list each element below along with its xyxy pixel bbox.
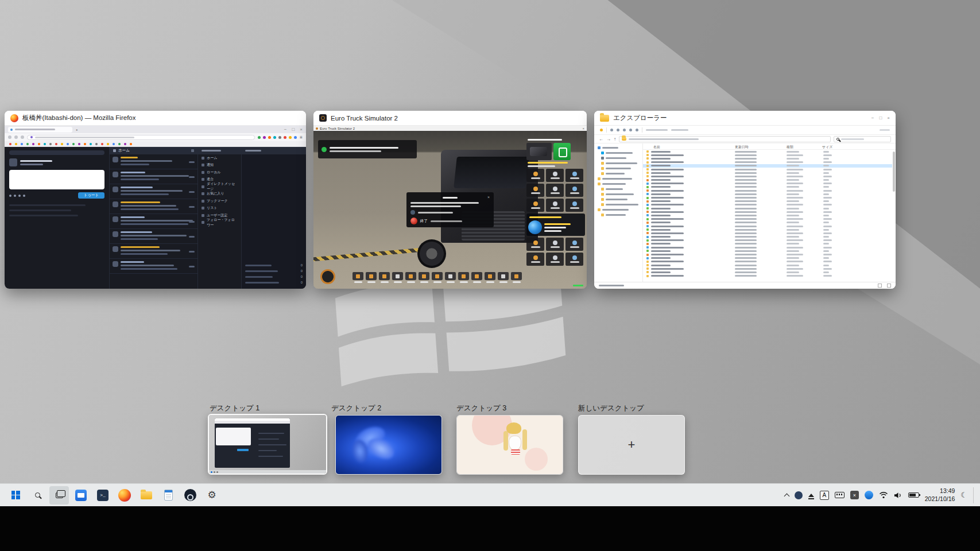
garage-tile[interactable] [526,169,544,182]
explorer-app-button[interactable] [137,486,156,505]
tray-overflow-chevron-icon[interactable] [784,493,789,499]
steam-app-button[interactable] [180,486,200,505]
settings-app-button[interactable]: ⚙ [202,486,222,505]
counter-row[interactable]: 0 [242,262,306,268]
extension-icon[interactable] [268,136,271,139]
bookmark-favicon-icon[interactable] [55,143,57,145]
maximize-icon[interactable]: □ [292,127,295,132]
reload-icon[interactable] [21,135,24,139]
column-name[interactable]: 名前 [653,145,660,150]
bookmark-favicon-icon[interactable] [124,143,126,145]
touch-keyboard-icon[interactable] [835,492,845,498]
new-tab-button[interactable]: + [76,128,78,131]
forward-icon[interactable]: → [606,137,611,142]
usb-eject-icon[interactable] [808,494,814,497]
poll-icon[interactable] [14,195,16,197]
window-controls[interactable]: − □ × [871,115,890,121]
back-icon[interactable]: ← [599,137,603,142]
game-toolbar[interactable] [353,272,522,283]
tree-item[interactable] [594,202,642,207]
profile-banner[interactable] [9,158,104,166]
bookmark-favicon-icon[interactable] [130,143,132,145]
bookmark-favicon-icon[interactable] [78,143,80,145]
thumbnail-view-icon[interactable] [887,284,891,288]
timeline-post[interactable] [110,169,197,184]
notepad-app-button[interactable] [158,486,178,505]
tree-item[interactable] [594,150,642,156]
window-ets2[interactable]: Euro Truck Simulator 2 Euro Truck Simula… [313,111,587,289]
battery-icon[interactable] [908,492,919,498]
nav-item[interactable]: ブックマーク [198,197,241,205]
bookmark-favicon-icon[interactable] [107,143,109,145]
nav-item[interactable]: ローカル [198,169,241,176]
bookmark-favicon-icon[interactable] [15,143,17,145]
explorer-tree-pane[interactable] [594,143,643,282]
bookmark-favicon-icon[interactable] [38,143,40,145]
world-map-panel[interactable] [526,214,585,236]
column-type[interactable]: 種類 [787,145,793,150]
minimize-icon[interactable]: − [871,115,874,121]
bookmark-favicon-icon[interactable] [84,143,86,145]
garage-tile[interactable] [565,253,583,266]
list-view-icon[interactable] [878,284,882,288]
tree-item[interactable] [594,207,642,212]
tree-item[interactable] [594,197,642,202]
steam-tray-icon[interactable] [795,491,803,499]
extension-icon[interactable] [278,136,281,139]
column-size[interactable]: サイズ [822,145,832,150]
bookmark-favicon-icon[interactable] [61,143,63,145]
task-view-button[interactable] [49,486,69,505]
bookmark-favicon-icon[interactable] [101,143,103,145]
emoji-icon[interactable] [23,195,25,197]
desktop-1-thumbnail[interactable] [208,414,327,475]
toolbar-tile[interactable] [419,272,429,283]
minimize-icon[interactable]: − [284,127,287,132]
close-icon[interactable]: × [487,195,490,199]
browser-tab[interactable] [8,127,72,133]
garage-tile[interactable] [526,184,544,197]
copy-icon[interactable] [617,129,619,131]
bookmark-favicon-icon[interactable] [113,143,115,145]
tree-item[interactable] [594,156,642,161]
column-modified[interactable]: 更新日時 [735,145,749,150]
blue-tray-app-icon[interactable] [865,491,873,499]
timeline-post[interactable] [110,214,197,229]
nav-item[interactable]: ダイレクトメッセージ [198,183,241,191]
toolbar-tile[interactable] [392,272,403,283]
toolbar-tile[interactable] [458,272,469,283]
toolbar-tile[interactable] [432,272,443,283]
explorer-command-bar[interactable] [594,126,896,135]
file-row[interactable] [643,274,892,278]
toolbar-tile[interactable] [485,272,495,283]
garage-tile[interactable] [546,169,564,182]
window-firefox[interactable]: 板橋丼(Itabashi-don) — Mozilla Firefox + − … [5,111,306,289]
toot-button[interactable]: トゥート [78,192,104,199]
menu-icon[interactable]: ≡ [300,135,303,140]
manager-tile-grid[interactable] [526,238,585,266]
garage-tile[interactable] [526,253,544,266]
garage-tile[interactable] [565,169,583,182]
counter-row[interactable]: 0 [242,280,306,285]
scrollbar[interactable] [893,152,895,192]
paste-icon[interactable] [623,129,626,131]
bookmark-favicon-icon[interactable] [9,143,11,145]
search-box[interactable] [834,136,891,142]
bookmark-favicon-icon[interactable] [90,143,92,145]
extension-icon[interactable] [294,136,297,139]
timeline-post[interactable] [110,244,197,259]
start-button[interactable] [6,486,25,505]
address-bar[interactable] [619,136,831,142]
bookmark-favicon-icon[interactable] [118,143,121,145]
rename-icon[interactable] [629,129,632,131]
tree-item[interactable] [594,181,642,187]
desktop-3-thumbnail[interactable] [456,415,563,475]
toolbar-tile[interactable] [471,272,482,283]
extension-icon[interactable] [258,136,261,139]
garage-tile[interactable] [546,253,564,266]
garage-tile[interactable] [565,184,583,197]
search-input[interactable] [9,150,104,155]
toolbar-tile[interactable] [445,272,456,283]
bookmark-favicon-icon[interactable] [44,143,46,145]
toolbar-tile[interactable] [498,272,509,283]
tree-item[interactable] [594,161,642,166]
